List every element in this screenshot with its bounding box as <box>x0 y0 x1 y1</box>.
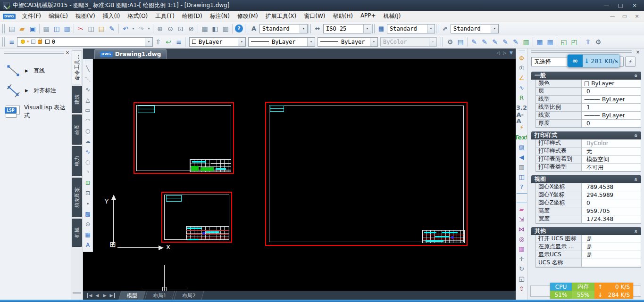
next-document-button[interactable]: ▷ <box>503 50 506 55</box>
new-file-button[interactable]: ▤ <box>7 24 17 34</box>
menu-item[interactable]: 工具(T) <box>151 11 178 22</box>
property-value-field[interactable]: 无 <box>582 147 641 155</box>
panel-drag-handle[interactable] <box>531 50 632 53</box>
palette-close-button[interactable]: × <box>64 49 71 56</box>
spline-tool[interactable]: ∿ <box>84 147 92 157</box>
cut-button[interactable]: ✂ <box>75 24 86 34</box>
layer-freeze-vp-icon[interactable] <box>31 40 35 44</box>
collapse-icon[interactable]: « <box>633 74 639 78</box>
layout-tab[interactable]: 布局2 <box>174 291 204 300</box>
menu-item[interactable]: APP+ <box>357 11 380 22</box>
table-edit-button[interactable]: ▦ <box>535 37 545 47</box>
edit-hatch-button[interactable]: ✎ <box>510 37 521 47</box>
close-button[interactable]: × <box>628 1 641 9</box>
insert-block-tool[interactable]: ⊞ <box>84 178 92 188</box>
undo-dropdown[interactable]: ▾ <box>131 24 136 34</box>
property-value-field[interactable]: 1 <box>582 104 641 111</box>
move-tool[interactable]: ✛ <box>517 254 527 264</box>
help-book-button[interactable]: ? <box>517 182 527 192</box>
toolbar-grip[interactable] <box>2 24 5 33</box>
section-header[interactable]: 打印样式 « <box>531 131 641 139</box>
standards-button[interactable]: ▥ <box>521 37 531 47</box>
linetype-select[interactable]: ByLayer ▾ <box>248 37 315 47</box>
undo-button[interactable]: ↶ <box>120 24 131 34</box>
prev-document-button[interactable]: ◁ <box>496 50 500 55</box>
property-value-field[interactable]: ———ByLayer <box>582 112 641 119</box>
network-speed-widget[interactable]: ∞ ↓ 281 KB/s <box>567 54 620 67</box>
prev-layout-button[interactable]: ◀ <box>93 293 101 298</box>
collapse-icon[interactable]: « <box>633 229 639 233</box>
layer-select[interactable]: ☀ 0 ▾ <box>17 37 153 47</box>
ellipse-arc-tool[interactable]: ◝ <box>84 167 92 178</box>
properties-palette-button[interactable]: ◧ <box>210 24 220 34</box>
quickcalc-button[interactable]: ▦ <box>200 24 210 34</box>
palette-tab[interactable]: 建筑 <box>72 86 82 113</box>
layer-thaw-icon[interactable]: ☀ <box>26 39 30 45</box>
table-style-button[interactable]: ▦ <box>545 37 555 47</box>
menu-item[interactable]: 格式(O) <box>124 11 151 22</box>
palette-tab[interactable]: 命令工具... <box>72 50 82 84</box>
tools-button[interactable]: ⚙ <box>445 37 455 47</box>
paste-button[interactable]: ▤ <box>96 24 107 34</box>
edit-polyline-button[interactable]: ✎ <box>500 37 510 47</box>
offset-tool[interactable]: ◎ <box>517 234 527 244</box>
property-value-field[interactable]: 是 <box>582 251 641 259</box>
block-attribute-tool[interactable]: ⚙ <box>517 53 527 63</box>
layer-properties-button[interactable]: ≡ <box>174 37 184 47</box>
property-value-field[interactable]: 1724.348 <box>582 215 641 223</box>
toggle-pickadd-button[interactable]: ⚡ <box>625 57 636 67</box>
toolbar-grip[interactable] <box>309 24 311 33</box>
radius-dimension-tool[interactable]: R <box>517 93 527 103</box>
property-value-field[interactable]: 是 <box>582 235 641 243</box>
menu-item[interactable]: 机械(J) <box>380 11 405 22</box>
property-value-field[interactable]: 789.4538 <box>582 183 641 191</box>
redo-button[interactable]: ↷ <box>136 24 146 34</box>
property-value-field[interactable]: 0 <box>582 199 641 207</box>
print-preview-button[interactable]: ◫ <box>51 24 62 34</box>
ellipse-tool[interactable]: ◌ <box>84 157 92 167</box>
palette-tabs-grip[interactable] <box>73 292 81 298</box>
edit-mtext-button[interactable]: ✎ <box>479 37 490 47</box>
arc-tool[interactable]: ◠ <box>84 115 92 126</box>
zoom-previous-button[interactable]: ⊘ <box>186 24 196 34</box>
curve-dimension-tool[interactable]: ∿ <box>517 83 527 93</box>
mirror-tool[interactable]: ⋈ <box>517 224 527 234</box>
insert-block-button[interactable]: ⇧ <box>517 284 527 294</box>
save-button[interactable]: ▣ <box>27 24 38 34</box>
drawing-canvas[interactable]: ╲⋱∿△▭◠○☁∿◌◝⊞⊡∙▩⊙▦A <box>83 59 516 291</box>
property-value-field[interactable]: 是 <box>582 243 641 251</box>
print-button[interactable]: ▦ <box>41 24 51 34</box>
layer-previous-button[interactable]: ↩ <box>163 37 174 47</box>
property-value-field[interactable]: 294.5989 <box>582 191 641 199</box>
doc-restore-button[interactable]: ▭ <box>619 12 630 20</box>
palette-tab[interactable]: 绘图 <box>72 114 82 145</box>
menu-item[interactable]: 插入(I) <box>99 11 124 22</box>
section-header[interactable]: 一般 « <box>531 72 641 80</box>
block-library-button[interactable]: ▨ <box>517 142 527 152</box>
audio-note-button[interactable]: ◀ <box>517 152 527 162</box>
rotate-tool[interactable]: ↻ <box>517 264 527 274</box>
mtext-tool[interactable]: A <box>84 240 92 250</box>
table-style-select[interactable]: Standard ▾ <box>387 24 435 33</box>
revision-cloud-tool[interactable]: ☁ <box>84 136 92 147</box>
redo-dropdown[interactable]: ▾ <box>146 24 151 34</box>
mleader-style-select[interactable]: Standard ▾ <box>451 24 499 33</box>
menu-item[interactable]: 视图(V) <box>72 11 99 22</box>
menu-item[interactable]: 窗口(W) <box>300 11 329 22</box>
property-value-field[interactable] <box>582 259 641 267</box>
circle-tool[interactable]: ○ <box>84 126 92 136</box>
layout-tab[interactable]: 布局1 <box>144 291 175 300</box>
palette-tab[interactable]: 电力 <box>72 146 82 176</box>
match-properties-button[interactable]: ✎ <box>107 24 117 34</box>
quick-annotate-tool[interactable]: ⚡ <box>517 122 527 132</box>
line-tool[interactable]: ╲ <box>84 64 92 74</box>
menu-item[interactable]: 绘图(D) <box>178 11 206 22</box>
palette-item-vlisp[interactable]: LSP VisualLisp 表达式 <box>6 104 68 120</box>
customize-button[interactable]: ⚙ <box>593 37 603 47</box>
lineweight-select[interactable]: ByLayer ▾ <box>318 37 378 47</box>
property-value-field[interactable]: 0 <box>582 120 641 127</box>
toolbar-grip[interactable] <box>245 24 247 33</box>
section-header[interactable]: 视图 « <box>531 175 641 183</box>
palette-drag-handle[interactable] <box>4 51 64 54</box>
copy-window-button[interactable]: ◫ <box>517 172 527 182</box>
